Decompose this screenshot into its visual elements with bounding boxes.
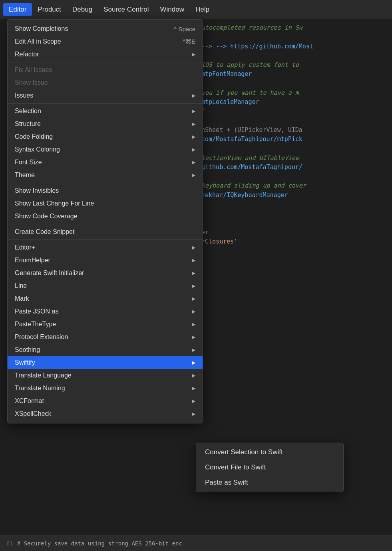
swiftify-submenu: Convert Selection to Swift Convert File … (196, 443, 344, 492)
menu-section-2: Fix All Issues Show Issue Issues ▶ (8, 62, 203, 104)
code-line (201, 144, 386, 153)
code-line: mtpFontManager (201, 70, 386, 79)
line-item[interactable]: Line ▶ (8, 279, 203, 292)
menu-section-3: Selection ▶ Structure ▶ Code Folding ▶ S… (8, 104, 203, 183)
translate-language-item[interactable]: Translate Language ▶ (8, 369, 203, 382)
statusbar: 61 # Securely save data using strong AES… (0, 535, 392, 551)
menubar: Editor Product Debug Source Control Wind… (0, 0, 392, 19)
code-line (201, 51, 386, 60)
show-code-coverage-item[interactable]: Show Code Coverage (8, 210, 203, 223)
code-folding-item[interactable]: Code Folding ▶ (8, 130, 203, 143)
structure-item[interactable]: Structure ▶ (8, 118, 203, 130)
code-line: --> --> https://github.com/Most (201, 42, 386, 51)
show-issue-item: Show Issue (8, 76, 203, 89)
editor-menu-dropdown: Show Completions ^ Space Edit All in Sco… (7, 19, 203, 423)
code-line: you if you want to have a m (201, 88, 386, 98)
paste-json-as-item[interactable]: Paste JSON as ▶ (8, 305, 203, 318)
code-line (201, 79, 386, 88)
code-line: lectionView and UITableView (201, 154, 386, 163)
line-number: 61 (6, 540, 13, 547)
code-line: utocompleted resources in Sw (201, 23, 386, 32)
status-text: # Securely save data using strong AES 25… (17, 540, 182, 547)
generate-swift-initializer-item[interactable]: Generate Swift Initializer ▶ (8, 267, 203, 279)
convert-file-to-swift-item[interactable]: Convert File to Swift (196, 460, 343, 475)
code-line: github.com/MostafaTaghipour/ (201, 163, 386, 172)
editor-plus-item[interactable]: Editor+ ▶ (8, 241, 203, 254)
menu-section-5: Create Code Snippet (8, 224, 203, 240)
code-line: nSheet + (UIPickerView, UIDa (201, 126, 386, 135)
menu-debug[interactable]: Debug (67, 3, 98, 16)
menu-help[interactable]: Help (190, 3, 215, 16)
paste-the-type-item[interactable]: PasteTheType ▶ (8, 318, 203, 331)
issues-item[interactable]: Issues ▶ (8, 89, 203, 102)
code-line (201, 200, 386, 209)
code-line (201, 209, 386, 218)
show-invisibles-item[interactable]: Show Invisibles (8, 184, 203, 197)
code-line (201, 218, 386, 228)
menu-section-6: Editor+ ▶ EnumHelper ▶ Generate Swift In… (8, 240, 203, 421)
font-size-item[interactable]: Font Size ▶ (8, 156, 203, 169)
fix-all-issues-item: Fix All Issues (8, 64, 203, 76)
xspellcheck-item[interactable]: XSpellCheck ▶ (8, 407, 203, 420)
menu-section-1: Show Completions ^ Space Edit All in Sco… (8, 21, 203, 62)
edit-all-in-scope-item[interactable]: Edit All in Scope ^⌘E (8, 35, 203, 48)
protocol-extension-item[interactable]: Protocol Extension ▶ (8, 331, 203, 343)
menu-source-control[interactable]: Source Control (98, 3, 154, 16)
code-line: rClosures' (201, 237, 386, 246)
code-line (201, 172, 386, 181)
refactor-item[interactable]: Refactor ▶ (8, 48, 203, 61)
mark-item[interactable]: Mark ▶ (8, 292, 203, 305)
swiftify-item[interactable]: Swiftify ▶ (8, 356, 203, 369)
code-line: keyboard sliding up and cover (201, 181, 386, 190)
menu-editor[interactable]: Editor (3, 3, 32, 16)
code-line (201, 32, 386, 42)
create-code-snippet-item[interactable]: Create Code Snippet (8, 226, 203, 238)
show-last-change-item[interactable]: Show Last Change For Line (8, 197, 203, 210)
code-line: er (201, 228, 386, 237)
code-line: iOS to apply custom font to (201, 60, 386, 70)
code-line: mtpLocaleManager (201, 98, 386, 107)
theme-item[interactable]: Theme ▶ (8, 169, 203, 182)
selection-item[interactable]: Selection ▶ (8, 105, 203, 118)
syntax-coloring-item[interactable]: Syntax Coloring ▶ (8, 143, 203, 156)
code-line: ' (201, 107, 386, 116)
xcformat-item[interactable]: XCFormat ▶ (8, 395, 203, 407)
menu-section-4: Show Invisibles Show Last Change For Lin… (8, 183, 203, 224)
code-line: tekhar/IQKeyboardManager (201, 191, 386, 200)
menu-product[interactable]: Product (32, 3, 67, 16)
code-line (201, 116, 386, 126)
soothing-item[interactable]: Soothing ▶ (8, 343, 203, 356)
translate-naming-item[interactable]: Translate Naming ▶ (8, 382, 203, 395)
menu-window[interactable]: Window (155, 3, 190, 16)
convert-selection-to-swift-item[interactable]: Convert Selection to Swift (196, 445, 343, 460)
code-line: com/MostafaTaghipour/mtpPick (201, 135, 386, 144)
paste-as-swift-item[interactable]: Paste as Swift (196, 475, 343, 490)
show-completions-item[interactable]: Show Completions ^ Space (8, 22, 203, 35)
enum-helper-item[interactable]: EnumHelper ▶ (8, 254, 203, 267)
